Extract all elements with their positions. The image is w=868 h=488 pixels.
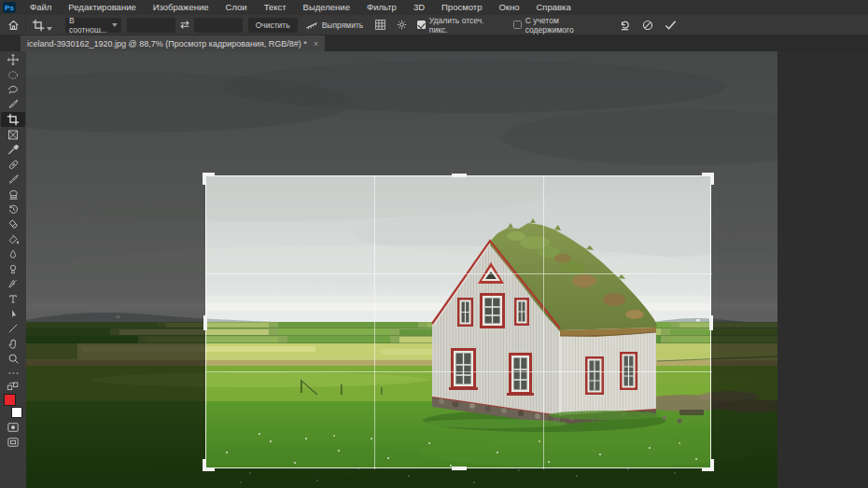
blur-drop-icon: [7, 248, 19, 260]
history-brush-icon: [7, 203, 20, 216]
crop-handle-top-right[interactable]: [702, 173, 714, 185]
quick-mask-button[interactable]: [1, 420, 25, 435]
tool-history-brush[interactable]: [1, 202, 25, 216]
crop-handle-top[interactable]: [452, 174, 467, 177]
crop-shield-right: [711, 175, 777, 468]
menu-item-type[interactable]: Текст: [256, 0, 295, 15]
photoshop-window: Ps Файл Редактирование Изображение Слои …: [0, 0, 868, 488]
crop-grid-horizontal-2: [206, 371, 712, 372]
menu-bar: Ps Файл Редактирование Изображение Слои …: [0, 0, 868, 15]
straighten-icon: [305, 20, 318, 31]
crop-bounding-box[interactable]: [205, 175, 711, 468]
crop-handle-bottom[interactable]: [452, 467, 467, 470]
crop-settings-gear-icon[interactable]: [396, 19, 408, 31]
commit-controls: [618, 18, 678, 32]
crop-handle-left[interactable]: [203, 315, 207, 330]
tool-lasso[interactable]: [1, 82, 25, 97]
tool-type[interactable]: [1, 291, 25, 306]
crop-handle-bottom-right[interactable]: [702, 459, 714, 471]
menu-item-filter[interactable]: Фильтр: [358, 0, 405, 15]
ellipse-marquee-icon: [7, 69, 20, 81]
tool-spot-healing[interactable]: [1, 157, 25, 172]
tool-line[interactable]: [1, 321, 25, 336]
tool-zoom[interactable]: [1, 351, 25, 366]
eraser-icon: [7, 218, 20, 230]
reset-crop-icon[interactable]: [618, 18, 632, 32]
tool-frame[interactable]: [1, 127, 25, 142]
edit-toolbar-ellipsis[interactable]: [1, 366, 25, 381]
swap-colors-button[interactable]: [1, 381, 25, 392]
selection-arrow-icon: [8, 308, 19, 320]
quick-mask-icon: [7, 422, 20, 433]
menu-item-view[interactable]: Просмотр: [433, 0, 490, 15]
crop-grid-vertical-1: [374, 176, 375, 469]
tool-elliptical-marquee[interactable]: [1, 67, 25, 82]
ratio-preset-dropdown[interactable]: В соотнош...: [65, 18, 121, 33]
tool-hand[interactable]: [1, 336, 25, 351]
crop-tool-preset-icon[interactable]: [32, 19, 52, 32]
cancel-crop-icon[interactable]: [641, 19, 654, 32]
menu-item-3d[interactable]: 3D: [405, 0, 433, 15]
tool-object-selection[interactable]: [1, 97, 25, 112]
foreground-color-swatch[interactable]: [4, 394, 16, 406]
home-icon[interactable]: [7, 19, 20, 31]
checkbox-unchecked-icon: [513, 21, 522, 29]
clone-stamp-icon: [7, 188, 20, 201]
document-tab-bar: iceland-3930162_1920.jpg @ 88,7% (Просмо…: [0, 35, 868, 51]
options-bar: В соотнош... Очистить Выпрямить Удали: [0, 15, 868, 35]
straighten-button[interactable]: Выпрямить: [305, 20, 364, 31]
type-icon: [7, 293, 19, 305]
separator: [25, 19, 26, 32]
lasso-icon: [7, 83, 20, 96]
document-tab-title: iceland-3930162_1920.jpg @ 88,7% (Просмо…: [27, 39, 307, 49]
magnifier-icon: [7, 353, 20, 365]
ratio-preset-value: В соотнош...: [69, 16, 112, 35]
menu-item-window[interactable]: Окно: [490, 0, 527, 15]
tool-brush[interactable]: [1, 172, 25, 187]
pen-icon: [7, 278, 19, 290]
tools-panel: [0, 51, 26, 488]
swap-colors-icon: [7, 382, 20, 391]
document-tab[interactable]: iceland-3930162_1920.jpg @ 88,7% (Просмо…: [21, 35, 325, 51]
dodge-icon: [7, 263, 19, 275]
tool-eraser[interactable]: [1, 216, 25, 231]
crop-handle-bottom-left[interactable]: [203, 459, 215, 471]
content-aware-checkbox[interactable]: С учетом содержимого: [513, 16, 606, 35]
menu-item-edit[interactable]: Редактирование: [60, 0, 144, 15]
crop-handle-right[interactable]: [709, 315, 713, 330]
tool-eyedropper[interactable]: [1, 142, 25, 157]
delete-cropped-pixels-checkbox[interactable]: Удалить отсеч. пикс.: [417, 16, 501, 35]
document-canvas[interactable]: [26, 51, 868, 488]
tool-pen[interactable]: [1, 276, 25, 291]
tool-path-selection[interactable]: [1, 306, 25, 321]
color-wells[interactable]: [3, 394, 23, 418]
swap-values-icon[interactable]: [179, 20, 190, 30]
crop-handle-top-left[interactable]: [203, 173, 215, 185]
chevron-down-icon: [112, 23, 118, 27]
tool-paint-bucket[interactable]: [1, 231, 25, 246]
tool-move[interactable]: [1, 52, 25, 67]
menu-item-file[interactable]: Файл: [21, 0, 60, 15]
tool-blur[interactable]: [1, 246, 25, 261]
menu-item-help[interactable]: Справка: [528, 0, 580, 15]
tool-dodge[interactable]: [1, 261, 25, 276]
line-icon: [7, 323, 19, 334]
overlay-options-icon[interactable]: [374, 19, 386, 31]
menu-item-image[interactable]: Изображение: [145, 0, 217, 15]
ratio-width-field[interactable]: [127, 18, 175, 33]
tab-close-icon[interactable]: ×: [314, 39, 318, 49]
paint-bucket-icon: [7, 233, 20, 245]
commit-crop-icon[interactable]: [664, 20, 678, 31]
clear-button[interactable]: Очистить: [248, 18, 298, 33]
menu-item-select[interactable]: Выделение: [295, 0, 358, 15]
menu-item-layers[interactable]: Слои: [217, 0, 256, 15]
chevron-down-icon: [47, 27, 52, 31]
tool-crop[interactable]: [1, 112, 25, 127]
crop-grid-horizontal-1: [206, 273, 712, 274]
frame-icon: [7, 129, 20, 141]
hand-icon: [7, 338, 20, 350]
ratio-height-field[interactable]: [194, 18, 243, 33]
tool-clone-stamp[interactable]: [1, 187, 25, 202]
screen-mode-button[interactable]: [1, 435, 25, 450]
background-color-swatch[interactable]: [11, 407, 22, 418]
